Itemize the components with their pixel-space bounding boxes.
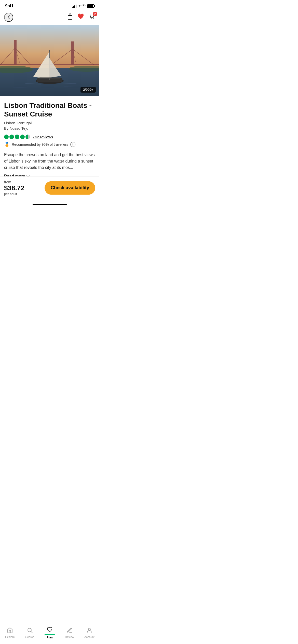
- share-button[interactable]: [67, 13, 73, 21]
- check-availability-button[interactable]: Check availability: [45, 181, 95, 195]
- back-button[interactable]: [4, 13, 13, 22]
- price-section: from $38.72 per adult: [4, 180, 24, 196]
- recommended-row: 🏅 Recommended by 95% of travellers i: [4, 142, 95, 147]
- content-area: Lisbon Traditional Boats - Sunset Cruise…: [0, 96, 99, 179]
- rating-row: 742 reviews: [4, 135, 95, 139]
- wifi-icon: 𝚼: [78, 4, 86, 8]
- price: $38.72: [4, 184, 24, 192]
- listing-by: By Nosso Tejo: [4, 126, 95, 130]
- listing-title: Lisbon Traditional Boats - Sunset Cruise: [4, 101, 95, 118]
- from-label: from: [4, 180, 24, 184]
- listing-description: Escape the crowds on land and get the be…: [4, 152, 95, 171]
- svg-rect-9: [14, 40, 17, 65]
- status-icons: 𝚼: [72, 4, 94, 8]
- per-adult-label: per adult: [4, 192, 24, 196]
- home-indicator: [33, 204, 67, 205]
- status-time: 9:41: [5, 4, 13, 9]
- top-nav: 2: [0, 11, 99, 25]
- star-4: [20, 135, 25, 139]
- star-3: [15, 135, 19, 139]
- star-1: [4, 135, 9, 139]
- recommended-text: Recommended by 95% of travellers: [12, 142, 68, 147]
- listing-location: Lisbon, Portugal: [4, 121, 95, 125]
- svg-rect-22: [39, 77, 60, 79]
- cart-badge: 2: [93, 12, 97, 16]
- stars: [4, 135, 30, 139]
- signal-icon: [72, 4, 76, 8]
- image-counter[interactable]: 3/999+: [80, 87, 96, 93]
- medal-icon: 🏅: [4, 142, 10, 147]
- svg-point-2: [93, 18, 94, 19]
- svg-point-1: [91, 18, 92, 19]
- star-5: [25, 135, 30, 139]
- reviews-link[interactable]: 742 reviews: [33, 135, 53, 139]
- hero-image[interactable]: 3/999+: [0, 25, 99, 96]
- info-icon[interactable]: i: [70, 142, 75, 147]
- cart-button[interactable]: 2: [89, 13, 95, 21]
- svg-rect-10: [51, 64, 99, 65]
- nav-actions: 2: [67, 13, 95, 21]
- battery-icon: [87, 4, 94, 8]
- star-2: [9, 135, 14, 139]
- favorite-button[interactable]: [77, 13, 84, 21]
- status-bar: 9:41 𝚼: [0, 0, 99, 11]
- booking-bar: from $38.72 per adult Check availability: [0, 176, 99, 199]
